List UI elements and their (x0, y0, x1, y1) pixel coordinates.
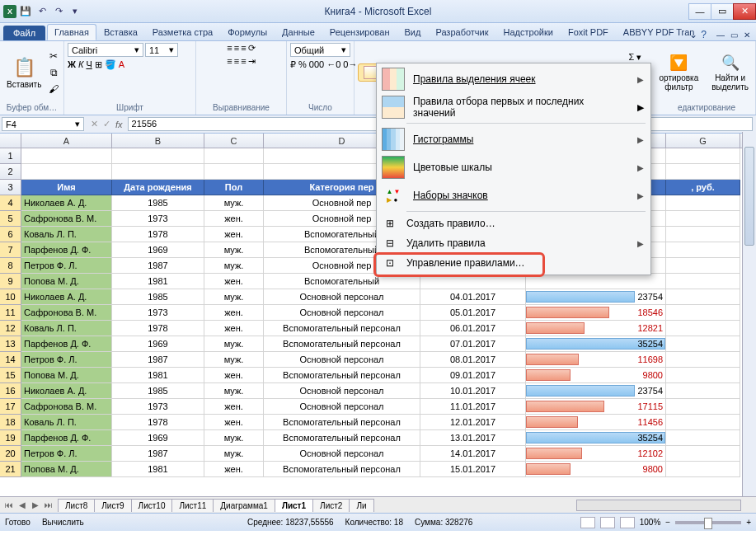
sheet-tab[interactable]: Лист11 (171, 499, 214, 512)
save-icon[interactable]: 💾 (18, 4, 33, 19)
menu-new-rule[interactable]: ⊞ Создать правило… (378, 214, 649, 233)
cell-year[interactable]: 1981 (112, 368, 204, 383)
cell-sex[interactable]: жен. (204, 399, 264, 415)
cell-name[interactable]: Петров Ф. Л. (21, 258, 112, 274)
underline-icon[interactable]: Ч (86, 59, 92, 70)
cell-name[interactable]: Попова М. Д. (21, 274, 112, 289)
sheet-tab[interactable]: Диаграмма1 (213, 499, 275, 512)
sort-filter-button[interactable]: 🔽 ортировка фильтр (656, 52, 702, 93)
cell-amount[interactable]: ▼11698 (526, 352, 666, 368)
cell-sex[interactable]: муж. (204, 289, 264, 305)
align-center-icon[interactable]: ≡ (234, 56, 239, 67)
cell-date[interactable]: 04.01.2017 (420, 289, 526, 305)
col-header[interactable]: B (112, 134, 204, 148)
cell-name[interactable]: Петров Ф. Л. (21, 446, 112, 462)
cell-name[interactable]: Сафронова В. М. (21, 305, 112, 321)
row-header[interactable]: 16 (0, 383, 21, 399)
sheet-tab[interactable]: Лист2 (312, 499, 350, 512)
row-header[interactable]: 3 (0, 180, 21, 195)
fx-icon[interactable]: fx (115, 120, 123, 129)
ribbon-tab-7[interactable]: Разработчик (428, 24, 495, 40)
first-sheet-icon[interactable]: ⏮ (3, 500, 15, 509)
align-middle-icon[interactable]: ≡ (234, 43, 239, 54)
cell-date[interactable]: 12.01.2017 (420, 415, 526, 430)
table-header-cell[interactable]: , руб. (666, 180, 740, 195)
cell-name[interactable]: Николаев А. Д. (21, 383, 112, 399)
row-header[interactable]: 1 (0, 148, 21, 164)
align-top-icon[interactable]: ≡ (227, 43, 232, 54)
cell-sex[interactable]: муж. (204, 430, 264, 446)
row-header[interactable]: 5 (0, 211, 21, 227)
cell-name[interactable]: Сафронова В. М. (21, 399, 112, 415)
cell-date[interactable]: 09.01.2017 (420, 368, 526, 383)
qat-dropdown-icon[interactable]: ▾ (68, 4, 82, 19)
cell-name[interactable]: Парфенов Д. Ф. (21, 242, 112, 258)
cell-sex[interactable]: муж. (204, 258, 264, 274)
find-select-button[interactable]: 🔍 Найти и выделить (708, 52, 752, 93)
cell-date[interactable]: 08.01.2017 (420, 352, 526, 368)
cell[interactable] (112, 164, 204, 180)
row-header[interactable]: 14 (0, 352, 21, 368)
col-header[interactable]: C (204, 134, 264, 148)
align-right-icon[interactable]: ≡ (241, 56, 246, 67)
cell-category[interactable]: Основной персонал (264, 352, 420, 368)
row-header[interactable]: 12 (0, 321, 21, 336)
cell-year[interactable]: 1973 (112, 211, 204, 227)
cell-date[interactable] (420, 274, 526, 289)
align-left-icon[interactable]: ≡ (227, 56, 232, 67)
ribbon-tab-9[interactable]: Foxit PDF (561, 24, 616, 40)
cell[interactable] (666, 446, 740, 462)
cell[interactable] (666, 321, 740, 336)
menu-icon-sets[interactable]: ▲▼▶● Наборы значков ▶ (378, 181, 649, 209)
cell-sex[interactable]: жен. (204, 227, 264, 242)
cell-year[interactable]: 1987 (112, 352, 204, 368)
cell-name[interactable]: Сафронова В. М. (21, 211, 112, 227)
file-tab[interactable]: Файл (3, 26, 45, 40)
row-header[interactable]: 13 (0, 336, 21, 352)
autosum-icon[interactable]: Σ ▾ (628, 52, 649, 63)
cell-name[interactable]: Николаев А. Д. (21, 195, 112, 211)
cell-amount[interactable]: ▼12102 (526, 446, 666, 462)
row-header[interactable]: 21 (0, 462, 21, 477)
select-all-corner[interactable] (0, 134, 21, 148)
row-header[interactable]: 11 (0, 305, 21, 321)
sheet-tab[interactable]: Лист8 (58, 499, 95, 512)
table-header-cell[interactable]: Дата рождения (112, 180, 204, 195)
ribbon-tab-8[interactable]: Надстройки (496, 24, 561, 40)
row-header[interactable]: 17 (0, 399, 21, 415)
menu-clear-rules[interactable]: ⊟ Удалить правила ▶ (378, 233, 649, 253)
cell-date[interactable]: 10.01.2017 (420, 383, 526, 399)
cell-amount[interactable]: ▲35254 (526, 336, 666, 352)
cell-year[interactable]: 1987 (112, 258, 204, 274)
cell-amount[interactable]: ▲23754 (526, 289, 666, 305)
paste-button[interactable]: 📋 Вставить (3, 55, 45, 91)
cell-sex[interactable]: жен. (204, 274, 264, 289)
cell-category[interactable]: Основной персонал (264, 383, 420, 399)
cell-year[interactable]: 1987 (112, 446, 204, 462)
horizontal-scrollbar[interactable] (576, 500, 741, 511)
cell-year[interactable]: 1985 (112, 195, 204, 211)
cell-year[interactable]: 1973 (112, 399, 204, 415)
row-header[interactable]: 7 (0, 242, 21, 258)
cell-category[interactable]: Основной персонал (264, 305, 420, 321)
cell-name[interactable]: Коваль Л. П. (21, 415, 112, 430)
cell-sex[interactable]: жен. (204, 305, 264, 321)
cell[interactable] (666, 211, 740, 227)
cell-amount[interactable]: ▼9800 (526, 368, 666, 383)
font-color-icon[interactable]: A (119, 59, 124, 70)
cell-date[interactable]: 06.01.2017 (420, 321, 526, 336)
cell-date[interactable]: 07.01.2017 (420, 336, 526, 352)
font-name-combo[interactable]: Calibri▾ (68, 43, 143, 57)
menu-data-bars[interactable]: Гистограммы ▶ (378, 125, 649, 153)
number-format-combo[interactable]: Общий▾ (290, 43, 350, 57)
cell-year[interactable]: 1978 (112, 321, 204, 336)
next-sheet-icon[interactable]: ▶ (30, 500, 41, 509)
sheet-tab[interactable]: Лист10 (131, 499, 173, 512)
cell-sex[interactable]: муж. (204, 242, 264, 258)
cell-year[interactable]: 1978 (112, 227, 204, 242)
cell[interactable] (666, 336, 740, 352)
ribbon-tab-4[interactable]: Данные (275, 24, 322, 40)
format-painter-icon[interactable]: 🖌 (46, 82, 61, 96)
cell-year[interactable]: 1969 (112, 430, 204, 446)
name-box[interactable]: F4▾ (2, 117, 84, 131)
